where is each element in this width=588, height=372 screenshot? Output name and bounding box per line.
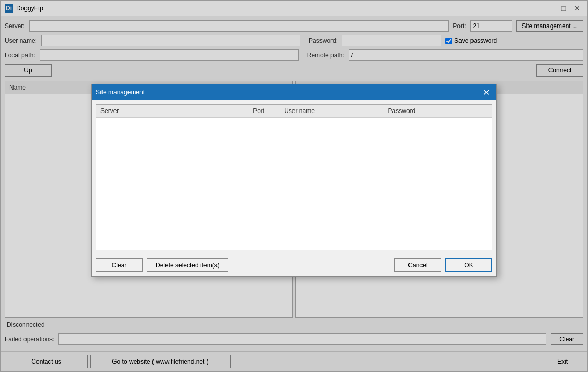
col-server: Server bbox=[98, 106, 251, 116]
site-management-dialog: Site management ✕ Server Port User name … bbox=[91, 84, 497, 277]
dialog-ok-button[interactable]: OK bbox=[445, 258, 492, 272]
dialog-body: Server Port User name Password bbox=[92, 100, 496, 254]
col-username: User name bbox=[282, 106, 386, 116]
dialog-cancel-button[interactable]: Cancel bbox=[394, 258, 441, 272]
site-table-body bbox=[96, 118, 492, 250]
site-table-header: Server Port User name Password bbox=[96, 105, 492, 118]
dialog-footer: Clear Delete selected item(s) Cancel OK bbox=[92, 254, 496, 276]
site-table-wrapper: Server Port User name Password bbox=[96, 104, 492, 250]
modal-overlay: Site management ✕ Server Port User name … bbox=[1, 1, 587, 371]
dialog-footer-right: Cancel OK bbox=[394, 258, 492, 272]
dialog-title: Site management bbox=[96, 89, 480, 96]
dialog-close-button[interactable]: ✕ bbox=[480, 87, 492, 97]
col-port: Port bbox=[251, 106, 282, 116]
main-window: Di DoggyFtp — □ ✕ Server: Port: Site man… bbox=[0, 0, 588, 372]
dialog-titlebar: Site management ✕ bbox=[92, 84, 496, 100]
dialog-delete-button[interactable]: Delete selected item(s) bbox=[147, 258, 228, 272]
col-password: Password bbox=[386, 106, 490, 116]
dialog-clear-button[interactable]: Clear bbox=[96, 258, 143, 272]
